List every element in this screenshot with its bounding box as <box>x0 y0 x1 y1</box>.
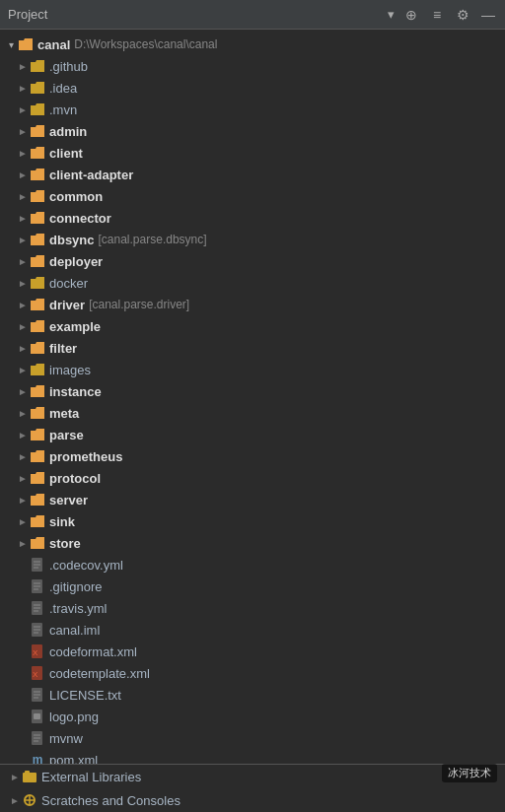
folder-icon <box>30 448 45 464</box>
project-tree: ▾ canal D:\Workspaces\canal\canal ► .git… <box>0 30 505 764</box>
root-folder-icon <box>18 36 34 52</box>
svg-rect-38 <box>23 773 36 782</box>
external-libraries-item[interactable]: ► External Libraries <box>0 765 505 788</box>
item-label: example <box>49 319 101 334</box>
add-icon[interactable]: ⊕ <box>402 6 420 24</box>
arrow-icon: ► <box>16 471 30 485</box>
list-item[interactable]: ► images <box>0 359 505 380</box>
scratches-label: Scratches and Consoles <box>41 793 180 808</box>
folder-icon <box>30 102 45 117</box>
header-dropdown-icon[interactable]: ▾ <box>388 7 395 22</box>
project-header: Project ▾ ⊕ ≡ ⚙ — <box>0 0 505 30</box>
folder-icon <box>30 275 45 291</box>
arrow-icon: ► <box>16 102 30 116</box>
list-item[interactable]: ► logo.png <box>0 706 505 727</box>
list-item[interactable]: ► client <box>0 142 505 164</box>
list-item[interactable]: ► m pom.xml <box>0 749 505 764</box>
list-item[interactable]: ► .github <box>0 55 505 77</box>
folder-icon <box>30 297 45 312</box>
list-item[interactable]: ► docker <box>0 272 505 294</box>
svg-text:X: X <box>33 670 38 679</box>
list-item[interactable]: ► .gitignore <box>0 575 505 597</box>
item-label: .codecov.yml <box>49 558 123 573</box>
list-item[interactable]: ► prometheus <box>0 445 505 467</box>
file-icon <box>30 622 45 638</box>
list-item[interactable]: ► connector <box>0 207 505 229</box>
arrow-icon: ► <box>16 341 30 355</box>
item-label: LICENSE.txt <box>49 688 121 703</box>
folder-icon <box>30 167 45 182</box>
list-item[interactable]: ► .codecov.yml <box>0 554 505 575</box>
list-item[interactable]: ► common <box>0 185 505 207</box>
scratches-icon <box>22 792 37 808</box>
list-item[interactable]: ► X codetemplate.xml <box>0 662 505 684</box>
arrow-icon: ► <box>16 319 30 333</box>
list-item[interactable]: ► .mvn <box>0 99 505 120</box>
tree-root[interactable]: ▾ canal D:\Workspaces\canal\canal <box>0 34 505 55</box>
header-icons: ⊕ ≡ ⚙ — <box>402 6 497 24</box>
item-label: codeformat.xml <box>49 644 137 659</box>
collapse-icon[interactable]: ≡ <box>428 6 446 24</box>
list-item[interactable]: ► deployer <box>0 250 505 272</box>
item-label: filter <box>49 341 77 356</box>
list-item[interactable]: ► example <box>0 315 505 337</box>
folder-icon <box>30 210 45 226</box>
external-libs-icon <box>22 769 37 784</box>
arrow-icon: ► <box>16 211 30 225</box>
folder-icon <box>30 232 45 247</box>
settings-icon[interactable]: ⚙ <box>454 6 471 24</box>
folder-icon <box>30 318 45 334</box>
item-label: protocol <box>49 471 101 486</box>
list-item[interactable]: ► meta <box>0 402 505 424</box>
list-item[interactable]: ► driver [canal.parse.driver] <box>0 294 505 315</box>
arrow-icon: ► <box>16 428 30 441</box>
list-item[interactable]: ► client-adapter <box>0 164 505 185</box>
item-label: codetemplate.xml <box>49 666 150 681</box>
minimize-icon[interactable]: — <box>479 6 497 24</box>
folder-icon <box>30 513 45 529</box>
list-item[interactable]: ► LICENSE.txt <box>0 684 505 706</box>
item-label: .gitignore <box>49 579 102 594</box>
list-item[interactable]: ► canal.iml <box>0 619 505 641</box>
svg-rect-25 <box>34 713 40 719</box>
list-item[interactable]: ► filter <box>0 337 505 359</box>
item-label: logo.png <box>49 710 99 724</box>
list-item[interactable]: ► dbsync [canal.parse.dbsync] <box>0 229 505 250</box>
arrow-icon: ► <box>16 406 30 420</box>
arrow-icon: ► <box>16 493 30 507</box>
arrow-icon: ► <box>16 363 30 376</box>
list-item[interactable]: ► .travis.yml <box>0 597 505 619</box>
folder-icon <box>30 383 45 399</box>
folder-icon <box>30 253 45 269</box>
list-item[interactable]: ► sink <box>0 510 505 532</box>
file-icon <box>30 600 45 616</box>
list-item[interactable]: ► mvnw <box>0 727 505 749</box>
list-item[interactable]: ► .idea <box>0 77 505 99</box>
folder-icon <box>30 492 45 508</box>
list-item[interactable]: ► server <box>0 489 505 510</box>
folder-icon <box>30 470 45 486</box>
list-item[interactable]: ► parse <box>0 424 505 445</box>
arrow-icon: ► <box>16 449 30 463</box>
external-libraries-label: External Libraries <box>41 770 141 784</box>
arrow-icon: ► <box>16 189 30 203</box>
folder-icon <box>30 80 45 96</box>
arrow-icon: ► <box>16 254 30 268</box>
arrow-icon: ► <box>16 233 30 246</box>
bottom-section: ► External Libraries ► Scratches and Con… <box>0 764 505 812</box>
list-item[interactable]: ► X codeformat.xml <box>0 641 505 662</box>
folder-icon <box>30 405 45 421</box>
item-label: sink <box>49 514 75 529</box>
list-item[interactable]: ► store <box>0 532 505 554</box>
scratches-arrow: ► <box>8 793 22 807</box>
list-item[interactable]: ► instance <box>0 380 505 402</box>
item-label: common <box>49 189 103 204</box>
folder-icon <box>30 427 45 442</box>
arrow-icon: ► <box>16 276 30 290</box>
item-label: instance <box>49 384 102 399</box>
list-item[interactable]: ► protocol <box>0 467 505 489</box>
file-icon <box>30 687 45 703</box>
watermark: 冰河技术 <box>442 764 497 782</box>
list-item[interactable]: ► admin <box>0 120 505 142</box>
scratches-item[interactable]: ► Scratches and Consoles <box>0 788 505 812</box>
